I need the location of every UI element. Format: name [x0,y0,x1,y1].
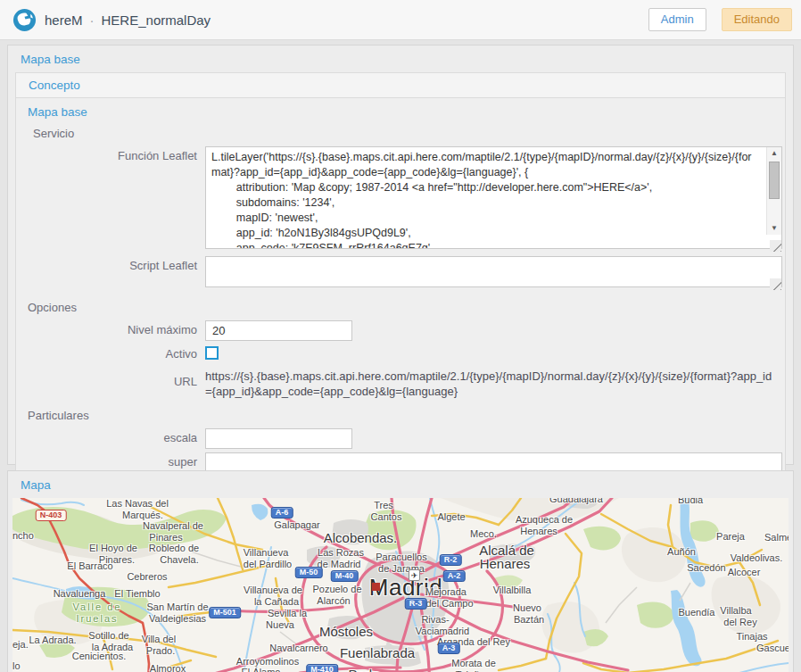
textarea-scrollbar[interactable]: ▲ ▼ [766,147,781,235]
map-place-label: Fuenlabrada [340,645,415,660]
group-label-particulares: Particulares [16,402,785,425]
road-badge: A-3 [438,643,460,654]
top-buttons: Admin Editando [648,8,801,31]
url-label: URL [16,367,205,388]
map-place-label: Marqués. [122,510,163,520]
breadcrumb: hereM · HERE_normalDay [45,12,211,28]
activo-label: Activo [16,344,205,361]
resize-grip[interactable] [770,278,781,290]
map-place-label: Auñón [667,546,696,557]
map-place-label: Sevilla la [268,608,307,618]
mapa-panel: Mapa [7,470,794,672]
escala-row: escala [16,428,782,449]
map-place-label: Valdeolivas. [731,552,783,563]
script-leaflet-row: Script Leaflet [16,256,782,291]
activo-checkbox[interactable] [205,346,219,360]
subsection-title-mapa-base: Mapa base [16,98,785,120]
map-place-label: Villalbilla [493,585,532,595]
map-place-label: ncho [12,530,34,541]
map-place-label: San Martín de [146,601,208,612]
map-place-label: Cebreros [127,571,167,582]
globe-icon [12,8,37,32]
editing-button[interactable]: Editando [722,8,792,31]
map-place-label: Alcocer [728,567,761,577]
road-badge: R-2 [440,554,462,566]
map-place-label: Tres [374,500,393,510]
map-place-label: La Adrada. [29,635,76,645]
map-place-label: Cantos [371,511,402,522]
map-place-label: Navaluenga [54,588,106,599]
city-marker [372,583,380,591]
map-place-label: Algete [437,511,465,522]
map-place-label: Nueva [266,619,294,630]
document-title: HERE_normalDay [102,12,211,28]
map-place-label: Pozuelo de [312,584,361,594]
script-leaflet-textarea[interactable] [205,256,782,287]
map-place-label: Vaciamadrid [416,626,469,636]
map-place-label: El Hoyo de [89,543,137,553]
url-row: URL https://{s}.{base}.maps.cit.api.here… [16,367,782,399]
funcion-leaflet-wrap: L.tileLayer('https://{s}.{base}.maps.cit… [205,146,782,253]
map-place-label: Budia [678,498,703,505]
admin-button[interactable]: Admin [648,8,706,31]
road-badge: R-3 [405,598,427,610]
scroll-up-arrow[interactable]: ▲ [767,147,781,160]
script-leaflet-wrap [205,256,782,291]
map-place-label: Morata de [451,658,496,668]
scroll-down-arrow[interactable]: ▼ [767,222,781,235]
map-place-label: Villanueva de [244,585,302,595]
mapa-base-panel: Mapa base Concepto Mapa base Servicio Fu… [7,45,794,465]
map-place-label: El Álamo. [241,667,283,672]
map-labels-layer: Las Navas delMarqués.Navalperal dePinare… [12,498,789,672]
map-place-label: Baztán [514,614,544,625]
road-badge: M-50 [295,567,323,578]
concepto-section-toggle[interactable]: Concepto [15,72,786,98]
escala-label: escala [16,428,205,444]
title-separator: · [90,12,95,28]
url-value: https://{s}.{base}.maps.cit.api.here.com… [205,367,782,399]
map-place-label: Tinajas [736,631,767,642]
road-badge: M-501 [209,607,241,618]
map-place-label: Guadalajara [549,498,603,504]
nivel-maximo-label: Nivel máximo [16,320,205,336]
activo-row: Activo [16,344,782,363]
funcion-leaflet-textarea[interactable]: L.tileLayer('https://{s}.{base}.maps.cit… [205,146,782,249]
map-place-label: Mejorada [425,586,467,597]
top-bar: hereM · HERE_normalDay Admin Editando [0,0,801,40]
map-place-label: Valle de [73,601,122,612]
map-place-label: Cenicientos. [72,651,127,661]
map-place-label: la Cañada [254,596,299,607]
map-place-label: Parla [348,667,379,672]
nivel-maximo-input[interactable] [205,320,352,341]
road-badge: A-6 [271,507,293,519]
map-place-label: eja. [12,639,29,650]
airport-icon: ✈ [409,569,420,581]
scrollbar-thumb[interactable] [769,162,780,199]
panel-title-mapa: Mapa [8,471,793,498]
map-place-label: Las Rozas [318,547,364,558]
map-place-label: Buendía [679,607,715,618]
map-place-label: Pinares [149,532,182,543]
map-place-label: Arroyomolinos [236,656,299,667]
map-place-label: Valdeiglesias [149,613,206,624]
map-place-label: Alarcón [317,595,350,606]
map-place-label: Pareja [716,531,745,542]
map-place-label: El Barraco [67,560,112,571]
panel-title-mapa-base: Mapa base [8,46,793,72]
escala-input[interactable] [205,428,352,449]
map-place-label: Chavela. [160,554,198,565]
map-place-label: Henares [480,556,531,571]
map-place-label: del Rey [723,617,756,627]
funcion-leaflet-row: Función Leaflet L.tileLayer('https://{s}… [16,146,782,253]
map-place-label: Sotillo de [88,630,128,641]
map-canvas[interactable]: Las Navas delMarqués.Navalperal dePinare… [12,498,789,672]
map-place-label: Villanueva [244,547,289,558]
form-box: Mapa base Servicio Función Leaflet L.til… [15,98,786,535]
map-place-label: Sacedón [687,562,725,573]
map-place-label: Almorox [150,663,186,672]
resize-grip[interactable] [770,240,781,252]
funcion-leaflet-label: Función Leaflet [16,146,205,162]
map-place-label: Rivas- [421,614,449,625]
map-place-label: Las Navas del [106,498,169,509]
map-place-label: Móstoles [319,624,373,639]
